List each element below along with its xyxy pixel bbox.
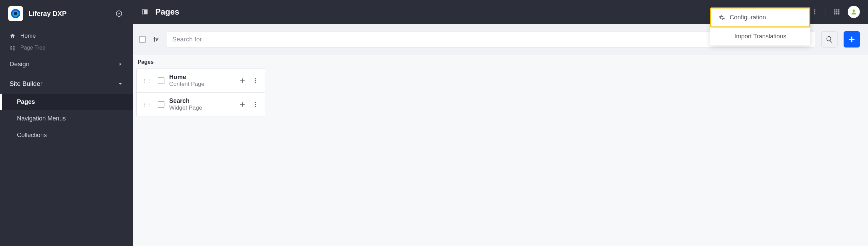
row-checkbox[interactable] (158, 101, 164, 108)
drag-handle-icon[interactable]: ⋮⋮ (142, 104, 153, 105)
dropdown-import-translations[interactable]: Import Translations (710, 27, 810, 45)
sidebar-header: Liferay DXP (0, 5, 133, 26)
topbar-right (810, 6, 860, 18)
svg-rect-11 (838, 11, 839, 12)
grid-icon (833, 8, 840, 15)
sidebar-page-tree[interactable]: Page Tree (0, 43, 133, 53)
topbar-divider (826, 7, 826, 16)
kebab-icon (252, 101, 259, 108)
sort-button[interactable] (152, 35, 160, 43)
drag-handle-icon[interactable]: ⋮⋮ (142, 80, 153, 81)
row-add-button[interactable] (238, 100, 246, 109)
user-avatar[interactable] (848, 6, 860, 18)
sidebar: Liferay DXP Home Page Tree Design Site B… (0, 0, 133, 246)
home-icon (9, 33, 16, 39)
svg-point-20 (255, 104, 256, 105)
page-tree-icon (9, 45, 16, 51)
sort-icon (153, 36, 159, 43)
subnav-nav-menus-label: Navigation Menus (17, 115, 66, 122)
row-kebab-button[interactable] (251, 100, 259, 109)
chevron-right-icon (117, 61, 123, 67)
svg-point-21 (255, 106, 256, 107)
compass-icon[interactable] (113, 8, 125, 19)
user-icon (850, 8, 857, 15)
svg-point-15 (853, 10, 855, 12)
svg-rect-7 (836, 10, 837, 11)
row-add-button[interactable] (238, 77, 246, 85)
section-design-label: Design (9, 60, 29, 68)
subnav-navigation-menus[interactable]: Navigation Menus (0, 110, 133, 127)
app-grid-button[interactable] (832, 7, 842, 17)
row-subtitle: Widget Page (169, 105, 234, 111)
pages-list: ⋮⋮ Home Content Page ⋮⋮ Search Wid (136, 69, 265, 116)
svg-point-19 (255, 102, 256, 103)
dropdown-import-translations-label: Import Translations (734, 33, 786, 40)
brand-title: Liferay DXP (28, 10, 66, 18)
svg-rect-13 (836, 13, 837, 14)
kebab-icon (811, 8, 818, 15)
svg-point-3 (814, 10, 815, 11)
svg-rect-10 (836, 11, 837, 12)
sidebar-home[interactable]: Home (0, 29, 133, 43)
list-item[interactable]: ⋮⋮ Search Widget Page (137, 93, 265, 116)
section-design[interactable]: Design (0, 54, 133, 74)
sidebar-primary-nav: Home Page Tree (0, 26, 133, 54)
panel-icon[interactable] (141, 8, 149, 16)
section-site-builder-label: Site Builder (9, 80, 42, 88)
section-site-builder[interactable]: Site Builder (0, 74, 133, 94)
svg-rect-12 (834, 13, 835, 14)
row-text: Home Content Page (169, 74, 234, 88)
subnav-collections-label: Collections (17, 132, 47, 138)
site-builder-subnav: Pages Navigation Menus Collections (0, 94, 133, 144)
row-subtitle: Content Page (169, 81, 234, 88)
svg-rect-6 (834, 10, 835, 11)
topbar-kebab-button[interactable] (810, 7, 820, 17)
row-title: Home (169, 74, 234, 81)
topbar-left: Pages (141, 7, 179, 17)
brand-logo-icon (8, 6, 23, 21)
search-icon (826, 36, 833, 43)
sidebar-home-label: Home (20, 33, 36, 39)
options-dropdown: Configuration Import Translations (710, 7, 810, 45)
subnav-collections[interactable]: Collections (0, 127, 133, 144)
section-label: Pages (133, 57, 868, 69)
select-all-checkbox[interactable] (139, 36, 146, 43)
row-title: Search (169, 97, 234, 105)
row-kebab-button[interactable] (251, 77, 259, 85)
search-button[interactable] (821, 31, 837, 48)
dropdown-configuration[interactable]: Configuration (710, 7, 810, 27)
add-button[interactable] (844, 31, 860, 48)
svg-point-2 (14, 12, 17, 15)
svg-point-4 (814, 11, 815, 12)
content: Pages ⋮⋮ Home Content Page ⋮⋮ (133, 55, 868, 246)
row-checkbox[interactable] (158, 77, 164, 84)
subnav-pages-label: Pages (17, 98, 35, 105)
svg-rect-9 (834, 11, 835, 12)
sidebar-page-tree-label: Page Tree (20, 45, 45, 51)
svg-point-5 (814, 13, 815, 14)
list-item[interactable]: ⋮⋮ Home Content Page (137, 69, 265, 93)
kebab-icon (252, 77, 259, 84)
plus-icon (239, 77, 246, 84)
subnav-pages[interactable]: Pages (0, 94, 133, 110)
dropdown-configuration-label: Configuration (730, 14, 766, 21)
plus-icon (848, 36, 855, 43)
svg-point-18 (255, 82, 256, 83)
svg-point-17 (255, 80, 256, 81)
svg-rect-14 (838, 13, 839, 14)
chevron-down-icon (117, 81, 123, 87)
svg-point-16 (255, 78, 256, 79)
gear-icon (719, 15, 725, 21)
brand[interactable]: Liferay DXP (8, 6, 66, 21)
plus-icon (239, 101, 246, 108)
svg-rect-8 (838, 10, 839, 11)
main: Configuration Import Translations Pages (133, 0, 868, 246)
row-text: Search Widget Page (169, 97, 234, 111)
page-title: Pages (155, 7, 179, 17)
